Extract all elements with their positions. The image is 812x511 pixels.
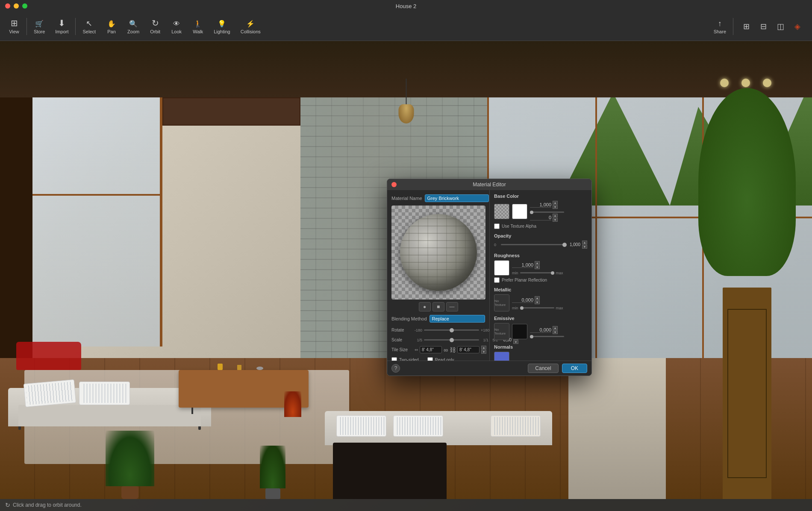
walk-icon	[194, 19, 202, 27]
me-emissive-slider[interactable]	[530, 336, 564, 337]
view-mode-button-1[interactable]: ⊞	[738, 20, 754, 33]
me-metallic-no-texture[interactable]: No Texture	[494, 294, 509, 311]
me-rotate-min: -180	[415, 328, 422, 332]
me-prefer-planar-checkbox[interactable]	[494, 277, 500, 283]
me-sphere-container	[391, 206, 485, 300]
view-mode-button-3[interactable]: ◫	[773, 20, 788, 33]
me-base-color-swatch[interactable]	[512, 204, 527, 219]
me-scale-slider[interactable]	[424, 339, 479, 341]
toolbar-item-select[interactable]: Select	[77, 17, 101, 36]
me-emissive-no-texture[interactable]: No Texture	[494, 323, 509, 340]
me-base-color-slider[interactable]	[530, 211, 564, 213]
toolbar-item-pan[interactable]: Pan	[101, 17, 122, 36]
me-opacity-stepper[interactable]: ▲ ▼	[582, 241, 587, 249]
ceiling-light-2	[741, 79, 750, 87]
me-tile-arrow-left: ⇔	[415, 347, 418, 352]
me-metallic-value[interactable]	[512, 297, 533, 303]
me-opacity-down[interactable]: ▼	[582, 245, 587, 249]
me-metallic-slider[interactable]	[520, 307, 554, 308]
toolbar-item-orbit[interactable]: Orbit	[144, 17, 166, 36]
toolbar-item-collisions[interactable]: Collisions	[235, 17, 266, 36]
toolbar-item-import[interactable]: Import	[50, 17, 74, 36]
me-blend-select[interactable]: Replace Multiply Add	[430, 315, 485, 323]
me-emissive-range-row	[530, 336, 564, 337]
toolbar-item-view[interactable]: View	[3, 17, 25, 36]
me-roughness-slider[interactable]	[520, 272, 554, 273]
me-roughness-swatch[interactable]	[494, 260, 509, 276]
me-tile-row: Tile Size ⇔ ∞ ⛓ ▲ ▼	[391, 346, 485, 354]
me-close-button[interactable]	[391, 182, 397, 187]
sphere-view-btn-3[interactable]: —	[446, 302, 458, 311]
me-emissive-stepper[interactable]: ▲ ▼	[553, 326, 558, 334]
sphere-view-btn-1[interactable]: ●	[419, 302, 431, 311]
toolbar-label-look: Look	[171, 29, 182, 34]
pan-icon	[107, 19, 116, 27]
me-texture-alpha-checkbox[interactable]	[494, 223, 500, 229]
pillow-right-1	[336, 415, 386, 437]
me-base-color-texture[interactable]	[494, 204, 509, 219]
me-roughness-up[interactable]: ▲	[535, 261, 540, 265]
me-base-up-2[interactable]: ▲	[553, 214, 558, 217]
maximize-button[interactable]	[22, 3, 27, 9]
toolbar-label-store: Store	[34, 29, 45, 34]
me-help-button[interactable]: ?	[391, 364, 400, 373]
sofa-right-back	[325, 411, 552, 445]
me-emissive-swatch[interactable]	[512, 324, 527, 339]
sphere-view-btn-2[interactable]: ■	[432, 302, 444, 311]
me-metallic-stepper[interactable]: ▲ ▼	[535, 296, 540, 304]
me-emissive-up[interactable]: ▲	[553, 326, 558, 330]
exterior-tree	[698, 88, 796, 276]
store-icon	[35, 19, 44, 27]
me-prefer-planar-row: Prefer Planar Reflection	[494, 277, 587, 283]
me-base-up-1[interactable]: ▲	[553, 201, 558, 205]
me-opacity-slider[interactable]	[501, 244, 567, 245]
me-roughness-value[interactable]	[512, 262, 533, 268]
me-tile-down[interactable]: ▼	[481, 350, 486, 354]
toolbar-item-zoom[interactable]: Zoom	[122, 17, 144, 36]
me-prefer-planar-label[interactable]: Prefer Planar Reflection	[502, 278, 547, 282]
me-emissive-value[interactable]	[530, 327, 551, 333]
toolbar-item-store[interactable]: Store	[29, 17, 50, 36]
me-ok-button[interactable]: OK	[562, 364, 587, 373]
me-metallic-up[interactable]: ▲	[535, 296, 540, 300]
sofa-leg-1	[18, 426, 21, 430]
me-base-down-1[interactable]: ▼	[553, 205, 558, 209]
toolbar: View Store Import Select Pan Zoom Orbit …	[0, 12, 812, 41]
me-name-label: Material Name	[391, 196, 422, 201]
me-roughness-range-row: min max	[512, 271, 563, 275]
me-name-input[interactable]	[425, 194, 489, 202]
me-tile-stepper[interactable]: ▲ ▼	[481, 346, 486, 354]
window-title: House 2	[396, 3, 416, 9]
toolbar-item-share[interactable]: Share	[709, 17, 731, 36]
me-metallic-min: min	[512, 306, 518, 310]
me-base-color-value-1[interactable]	[530, 202, 551, 208]
me-rotate-slider[interactable]	[424, 329, 479, 331]
me-roughness-down[interactable]: ▼	[535, 265, 540, 269]
view-mode-button-2[interactable]: ⊟	[756, 20, 771, 33]
toolbar-item-lighting[interactable]: Lighting	[209, 17, 235, 36]
pillow-stripe-r3	[492, 417, 539, 435]
me-metallic-down[interactable]: ▼	[535, 300, 540, 304]
me-emissive-down[interactable]: ▼	[553, 330, 558, 334]
toolbar-item-walk[interactable]: Walk	[187, 17, 209, 36]
me-base-color-stepper-1[interactable]: ▲ ▼	[553, 201, 558, 209]
me-metallic-max: max	[556, 306, 563, 310]
toolbar-item-look[interactable]: Look	[166, 17, 187, 36]
me-roughness-stepper[interactable]: ▲ ▼	[535, 261, 540, 269]
me-tile-input-left[interactable]	[420, 346, 442, 353]
table-leg-1	[191, 408, 193, 414]
me-opacity-up[interactable]: ▲	[582, 241, 587, 244]
close-button[interactable]	[5, 3, 10, 9]
share-icon	[718, 19, 722, 27]
view-mode-button-4[interactable]: ◈	[790, 20, 805, 33]
me-tile-up[interactable]: ▲	[481, 346, 486, 349]
minimize-button[interactable]	[14, 3, 19, 9]
me-base-down-2[interactable]: ▼	[553, 218, 558, 222]
window-controls[interactable]	[5, 3, 27, 9]
collisions-icon	[246, 19, 255, 27]
me-tile-input-right[interactable]	[457, 346, 480, 353]
me-base-color-stepper-2[interactable]: ▲ ▼	[553, 214, 558, 222]
me-texture-alpha-label[interactable]: Use Texture Alpha	[502, 224, 536, 229]
me-base-color-value-2[interactable]	[530, 215, 551, 220]
me-cancel-button[interactable]: Cancel	[528, 364, 558, 373]
